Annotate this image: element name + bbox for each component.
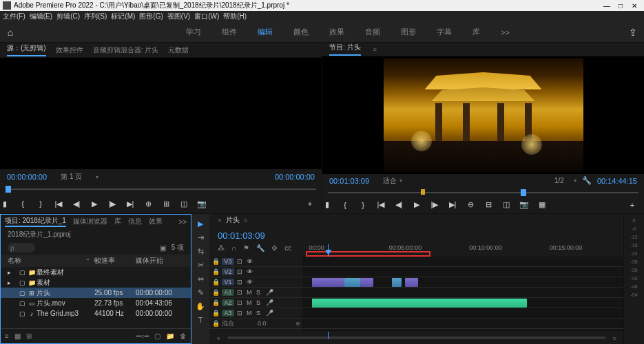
source-scrubber[interactable] [6, 184, 316, 194]
timeline-track-area[interactable] [302, 257, 623, 332]
program-step-fwd-icon[interactable]: |▶ [430, 200, 439, 209]
slip-tool-icon[interactable]: ⇔ [198, 275, 204, 283]
source-tab-noclip[interactable]: 源：(无剪辑) [7, 43, 46, 56]
program-in-icon[interactable]: { [340, 201, 350, 209]
link-icon[interactable]: ∩ [231, 244, 236, 252]
program-play-icon[interactable]: ▶ [412, 200, 422, 209]
menu-clip[interactable]: 剪辑(C) [56, 12, 80, 21]
project-row-bin[interactable]: ▸▢📁最终素材 [1, 267, 191, 277]
timeline-zoom-in-icon[interactable]: ○ [612, 334, 616, 342]
new-item-icon[interactable]: ▢ [154, 332, 160, 340]
tab-color[interactable]: 颜色 [293, 27, 309, 37]
source-camera-icon[interactable]: 📷 [197, 200, 207, 208]
source-in-icon[interactable]: { [18, 200, 28, 208]
new-bin-icon[interactable]: 📁 [166, 332, 174, 340]
menu-view[interactable]: 视图(V) [167, 12, 190, 21]
source-overwrite-icon[interactable]: ⊞ [161, 200, 171, 208]
source-tc-in[interactable]: 00:00:00:00 [7, 173, 47, 181]
close-button[interactable]: ✕ [627, 2, 641, 10]
type-tool-icon[interactable]: T [198, 316, 203, 324]
timeline-zoom-out-icon[interactable]: ○ [216, 334, 220, 342]
export-icon[interactable]: ⇪ [629, 27, 637, 38]
tab-editing[interactable]: 编辑 [258, 27, 273, 37]
ripple-tool-icon[interactable]: ⇆ [198, 247, 204, 256]
snap-icon[interactable]: ⁂ [218, 244, 225, 252]
freeform-view-icon[interactable]: ⊞ [26, 332, 32, 340]
timeline-close-icon[interactable]: × [218, 217, 222, 224]
program-goto-out-icon[interactable]: ▶| [448, 200, 457, 209]
source-play-icon[interactable]: ▶ [90, 200, 99, 208]
source-export-frame-icon[interactable]: ◫ [179, 200, 189, 208]
source-tab-audiomixer[interactable]: 音频剪辑混合器: 片头 [93, 45, 159, 55]
track-v3[interactable]: 🔒V3⊡👁 [209, 257, 302, 267]
program-tab[interactable]: 节目: 片头 [329, 43, 361, 56]
minimize-button[interactable]: — [600, 2, 614, 10]
timeline-ruler[interactable]: 00:00 00:05:00:00 00:10:00:00 00:15:00:0… [302, 244, 623, 257]
program-add-button-icon[interactable]: + [627, 201, 637, 209]
pen-tool-icon[interactable]: ✎ [198, 288, 204, 297]
program-marker-icon[interactable]: ▮ [322, 200, 332, 209]
home-icon[interactable]: ⌂ [0, 27, 21, 38]
source-add-button-icon[interactable]: + [305, 200, 315, 208]
hand-tool-icon[interactable]: ✋ [196, 302, 205, 311]
tab-graphics[interactable]: 图形 [401, 27, 416, 37]
menu-file[interactable]: 文件(F) [3, 12, 25, 21]
source-marker-icon[interactable]: ▮ [0, 200, 10, 208]
program-extract-icon[interactable]: ⊟ [484, 200, 493, 209]
effects-tab[interactable]: 效果 [149, 217, 163, 226]
media-browser-tab[interactable]: 媒体浏览器 [73, 217, 107, 226]
timeline-timecode[interactable]: 00:01:03:09 [218, 230, 300, 241]
source-out-icon[interactable]: } [36, 200, 45, 208]
menu-marker[interactable]: 标记(M) [111, 12, 135, 21]
track-select-tool-icon[interactable]: ⇥ [198, 233, 204, 242]
track-v2[interactable]: 🔒V2⊡👁 [209, 267, 302, 277]
tab-libraries[interactable]: 库 [472, 27, 480, 37]
program-zoom-fit[interactable]: 适合 [383, 176, 397, 186]
selection-tool-icon[interactable]: ▶ [198, 219, 203, 228]
project-tab[interactable]: 项目: 2018纪录片_1 [5, 216, 66, 227]
source-insert-icon[interactable]: ⊕ [143, 200, 153, 208]
razor-tool-icon[interactable]: ✂ [198, 261, 204, 270]
tab-assembly[interactable]: 组件 [222, 27, 237, 37]
menu-window[interactable]: 窗口(W) [194, 12, 219, 21]
project-row-video[interactable]: ▢▭片头.mov22.73 fps00:04:43:06 [1, 298, 191, 308]
project-search-input[interactable] [8, 243, 35, 252]
track-mix[interactable]: 🔒混合0.0н [209, 319, 302, 329]
menu-edit[interactable]: 编辑(E) [30, 12, 52, 21]
info-tab[interactable]: 信息 [128, 217, 142, 226]
tab-audio[interactable]: 音频 [365, 27, 380, 37]
source-goto-in-icon[interactable]: |◀ [54, 200, 63, 208]
program-lift-icon[interactable]: ⊖ [466, 200, 475, 209]
cc-icon[interactable]: cc [284, 244, 291, 252]
program-step-back-icon[interactable]: ◀| [394, 200, 404, 209]
timeline-sequence-tab[interactable]: 片头 [226, 215, 240, 225]
menu-graphics[interactable]: 图形(G) [139, 12, 163, 21]
timeline-tab-menu-icon[interactable]: ≡ [244, 217, 247, 224]
track-a2[interactable]: 🔒A2⊡MS🎤 [209, 298, 302, 308]
source-goto-out-icon[interactable]: ▶| [125, 200, 135, 208]
chevron-down-icon[interactable]: ▾ [574, 178, 577, 184]
program-compare-icon[interactable]: ▦ [537, 200, 547, 209]
wrench-icon[interactable]: 🔧 [582, 176, 592, 185]
menu-help[interactable]: 帮助(H) [223, 12, 247, 21]
source-step-back-icon[interactable]: ◀| [72, 200, 81, 208]
col-name[interactable]: 名称 [8, 256, 85, 266]
zoom-slider[interactable]: ━○━ [136, 332, 149, 340]
source-tab-effectcontrols[interactable]: 效果控件 [56, 45, 83, 55]
marker-icon[interactable]: ⚑ [243, 244, 249, 252]
col-framerate[interactable]: 帧速率 [94, 256, 136, 266]
program-out-icon[interactable]: } [358, 201, 368, 209]
program-export-frame-icon[interactable]: ◫ [501, 200, 511, 209]
program-resolution[interactable]: 1/2 [554, 177, 564, 184]
project-row-audio[interactable]: ▢♪The Grid.mp344100 Hz00:00:00:00 [1, 308, 191, 319]
tab-learn[interactable]: 学习 [186, 27, 201, 37]
trash-icon[interactable]: 🗑 [180, 332, 187, 340]
new-bin-icon[interactable]: ▣ [160, 244, 166, 252]
program-camera-icon[interactable]: 📷 [519, 200, 529, 209]
col-mediastart[interactable]: 媒体开始 [136, 256, 184, 266]
source-step-fwd-icon[interactable]: |▶ [107, 200, 117, 208]
tab-effects[interactable]: 效果 [329, 27, 344, 37]
libraries-tab[interactable]: 库 [114, 217, 121, 226]
project-row-sequence[interactable]: ▢⊞片头25.00 fps00:00:00:00 [1, 288, 191, 298]
program-tab-menu-icon[interactable]: ≡ [373, 46, 377, 53]
